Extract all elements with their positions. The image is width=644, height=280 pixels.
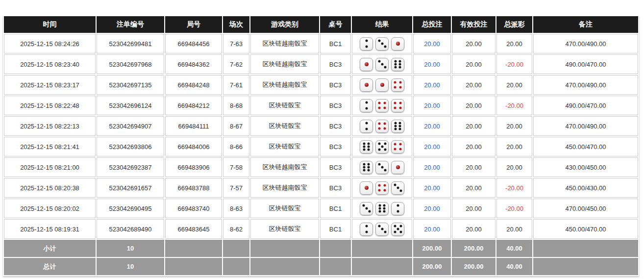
col-header-remark: 备注 (533, 16, 638, 33)
die-pip (380, 83, 384, 87)
cell-game_type: 区块链骰宝 (250, 199, 319, 218)
die-3-icon (375, 58, 389, 71)
cell-round_id: 669484111 (165, 116, 222, 136)
cell-time: 2025-12-15 08:19:31 (4, 219, 96, 239)
footer-cell-total-bet_id: 10 (97, 258, 164, 275)
die-pip (365, 62, 369, 66)
die-pip (367, 163, 370, 165)
footer-cell-total-total_payout: 40.00 (496, 258, 532, 275)
col-header-time: 时间 (4, 16, 96, 33)
cell-round_id: 669483740 (165, 199, 222, 218)
die-pip (381, 166, 383, 169)
die-pip (367, 149, 370, 151)
die-6-icon (391, 58, 404, 71)
cell-total_payout: -20.00 (496, 178, 532, 198)
cell-bet_id: 523042696124 (97, 96, 164, 115)
total-bet-link[interactable]: 20.00 (424, 226, 440, 233)
cell-round_id: 669484248 (165, 75, 222, 95)
cell-total_bet: 20.00 (413, 178, 451, 198)
col-header-game_type: 游戏类别 (250, 16, 319, 33)
cell-game_type: 区块链越南骰宝 (250, 75, 319, 95)
cell-remark: 450.00/470.00 (533, 137, 638, 156)
die-pip (378, 143, 380, 145)
cell-time: 2025-12-15 08:20:02 (4, 199, 96, 218)
cell-round_id: 669483788 (165, 178, 222, 198)
betting-records-page: 时间注单编号局号场次游戏类别桌号结果总投注有效投注总派彩备注 2025-12-1… (0, 0, 644, 280)
die-pip (379, 204, 381, 206)
cell-result (352, 157, 412, 177)
table-row: 2025-12-15 08:22:48523042696124669484212… (4, 96, 638, 115)
cell-result (352, 178, 412, 198)
cell-result (352, 54, 412, 74)
die-pip (367, 146, 370, 148)
footer-cell-subtotal-remark (533, 240, 638, 257)
cell-result (352, 137, 412, 156)
cell-remark: 430.00/450.00 (533, 157, 638, 177)
cell-result (352, 219, 412, 239)
cell-result (352, 116, 412, 136)
cell-round_id: 669484212 (165, 96, 222, 115)
die-3-icon (375, 223, 389, 236)
footer-cell-subtotal-total_payout: 40.00 (496, 240, 532, 257)
cell-round_id: 669483906 (165, 157, 222, 177)
die-pip (395, 60, 397, 62)
die-pip (378, 122, 381, 125)
cell-valid_bet: 20.00 (452, 54, 495, 74)
die-6-icon (391, 120, 404, 133)
die-pip (396, 42, 400, 46)
die-1-icon (360, 78, 373, 92)
cell-game_type: 区块链越南骰宝 (250, 34, 319, 53)
cell-total_payout: -20.00 (496, 96, 532, 115)
cell-time: 2025-12-15 08:23:40 (4, 54, 96, 74)
total-bet-link[interactable]: 20.00 (424, 102, 440, 109)
total-bet-link[interactable]: 20.00 (424, 40, 440, 48)
footer-cell-subtotal-session (223, 240, 249, 257)
die-pip (384, 66, 386, 69)
cell-bet_id: 523042694907 (97, 116, 164, 136)
dice-result (352, 202, 412, 215)
cell-total_bet: 20.00 (413, 219, 451, 239)
cell-valid_bet: 20.00 (452, 178, 495, 198)
die-pip (395, 125, 397, 127)
cell-table_no: BC3 (320, 54, 351, 74)
cell-time: 2025-12-15 08:24:26 (4, 34, 96, 53)
total-bet-link[interactable]: 20.00 (424, 205, 440, 212)
die-pip (394, 81, 396, 83)
footer-cell-total-session (223, 258, 249, 275)
dice-result (352, 120, 412, 133)
die-pip (383, 107, 386, 109)
col-header-bet_id: 注单编号 (97, 16, 164, 33)
die-pip (365, 231, 368, 233)
die-pip (365, 102, 368, 104)
die-3-icon (391, 181, 404, 195)
total-bet-link[interactable]: 20.00 (424, 61, 440, 68)
die-pip (383, 204, 385, 206)
die-pip (381, 228, 383, 230)
footer-cell-total-table_no (320, 258, 351, 275)
total-bet-link[interactable]: 20.00 (424, 123, 440, 130)
die-pip (378, 163, 380, 166)
total-bet-link[interactable]: 20.00 (424, 184, 440, 192)
cell-session: 8-66 (223, 137, 249, 156)
cell-total_bet: 20.00 (413, 116, 451, 136)
die-pip (381, 146, 383, 148)
cell-remark: 470.00/490.00 (533, 116, 638, 136)
cell-game_type: 区块链骰宝 (250, 116, 319, 136)
die-pip (398, 128, 401, 130)
die-pip (378, 184, 381, 186)
die-pip (363, 146, 366, 148)
die-pip (383, 127, 386, 130)
cell-remark: 470.00/450.00 (533, 199, 638, 218)
die-pip (384, 149, 386, 151)
cell-total_bet: 20.00 (413, 199, 451, 218)
die-pip (383, 184, 386, 186)
die-pip (394, 231, 396, 233)
die-pip (378, 127, 381, 130)
die-pip (394, 184, 396, 186)
footer-cell-total-time: 总计 (4, 258, 96, 275)
total-bet-link[interactable]: 20.00 (424, 81, 440, 89)
table-row: 2025-12-15 08:20:38523042691657669483788… (4, 178, 638, 198)
total-bet-link[interactable]: 20.00 (424, 143, 440, 151)
cell-game_type: 区块链越南骰宝 (250, 54, 319, 74)
total-bet-link[interactable]: 20.00 (424, 164, 440, 171)
